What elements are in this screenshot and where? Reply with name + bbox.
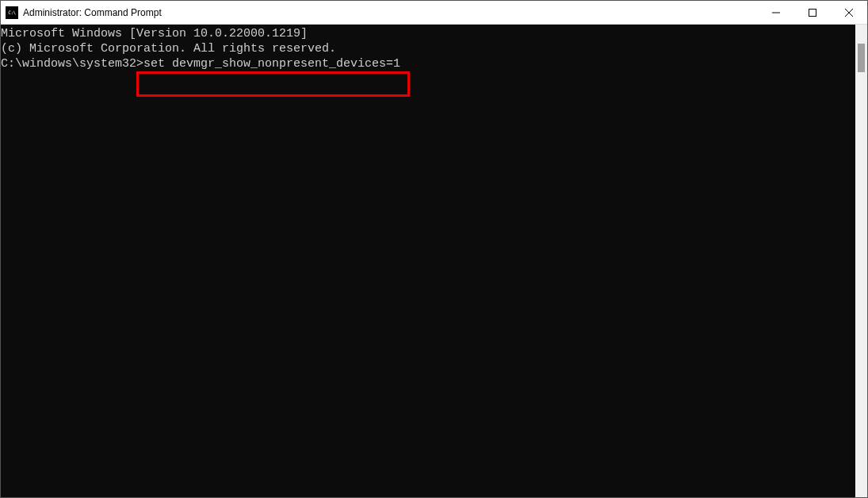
vertical-scrollbar[interactable] — [855, 25, 867, 497]
titlebar[interactable]: Administrator: Command Prompt — [1, 1, 867, 25]
banner-line-2: (c) Microsoft Corporation. All rights re… — [1, 41, 855, 56]
close-button[interactable] — [831, 1, 867, 24]
cmd-icon — [6, 6, 18, 19]
command-text: set devmgr_show_nonpresent_devices=1 — [143, 57, 400, 71]
terminal[interactable]: Microsoft Windows [Version 10.0.22000.12… — [1, 25, 855, 497]
window-title: Administrator: Command Prompt — [23, 7, 162, 18]
svg-rect-1 — [809, 9, 816, 16]
minimize-button[interactable] — [758, 1, 794, 24]
banner-line-1: Microsoft Windows [Version 10.0.22000.12… — [1, 26, 855, 41]
command-prompt-window: Administrator: Command Prompt Microsoft … — [0, 0, 868, 498]
prompt-line: C:\windows\system32>set devmgr_show_nonp… — [1, 56, 855, 71]
scrollbar-thumb[interactable] — [858, 44, 865, 72]
prompt: C:\windows\system32> — [1, 57, 143, 71]
terminal-area: Microsoft Windows [Version 10.0.22000.12… — [1, 25, 867, 497]
window-controls — [758, 1, 867, 24]
maximize-button[interactable] — [794, 1, 831, 24]
